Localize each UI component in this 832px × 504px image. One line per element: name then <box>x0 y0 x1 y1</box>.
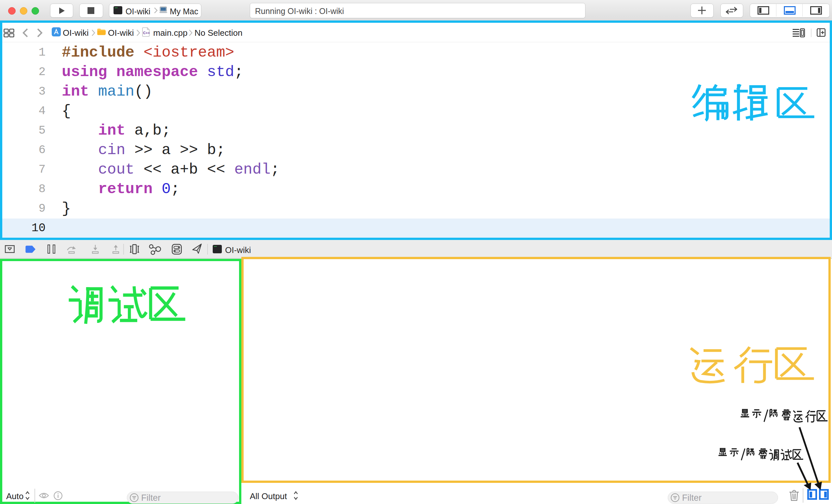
svg-text:C++: C++ <box>143 31 150 35</box>
